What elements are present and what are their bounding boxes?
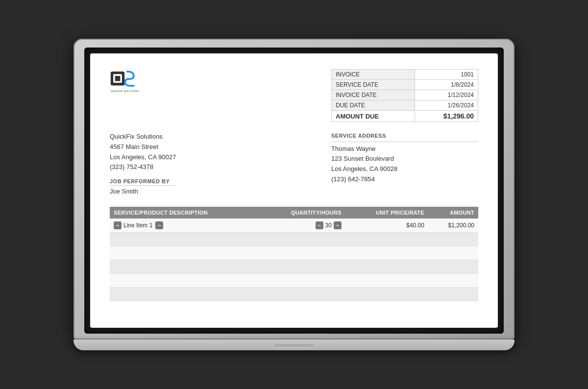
service-date-value: 1/8/2024 [415,80,478,90]
screen: QUICKFIX SOLUTIONS INVOICE 1001 [84,48,504,334]
laptop-frame: QUICKFIX SOLUTIONS INVOICE 1001 [74,39,514,350]
due-date-row: DUE DATE 1/26/2024 [332,100,478,111]
amount-due-row: AMOUNT DUE $1,296.00 [332,111,478,122]
business-phone: (323) 752-4378 [110,162,176,172]
invoice-info-table: INVOICE 1001 SERVICE DATE 1/8/2024 INVOI… [331,69,478,122]
service-address-line2: Los Angeles, CA 90028 [331,164,478,174]
invoice-date-row: INVOICE DATE 1/12/2024 [332,90,478,100]
service-date-row: SERVICE DATE 1/8/2024 [332,80,478,90]
table-row [110,246,478,260]
business-info: QuickFix Solutions 4567 Main Street Los … [110,132,176,172]
service-address-name: Thomas Wayne [331,144,478,154]
invoice-date-value: 1/12/2024 [415,90,478,100]
col-amount: AMOUNT [428,207,478,219]
table-row [110,288,478,301]
business-address2: Los Angeles, CA 90027 [110,152,176,163]
table-row [110,274,478,288]
business-address1: 4567 Main Street [110,142,176,152]
row1-unit-price: $40.00 [345,219,428,233]
service-address-label: SERVICE ADDRESS [331,132,478,142]
col-quantity: QUANTITY/HOURS [260,207,345,219]
service-date-label: SERVICE DATE [332,80,415,90]
laptop-base [74,340,514,350]
table-row [110,260,478,274]
screen-inner: QUICKFIX SOLUTIONS INVOICE 1001 [90,53,498,328]
amount-due-value: $1,296.00 [415,111,478,122]
row-detail-btn-1[interactable]: − [155,221,163,229]
service-address-line1: 123 Sunset Boulevard [331,154,478,164]
col-unit-price: UNIT PRICE/RATE [345,207,428,219]
company-logo: QUICKFIX SOLUTIONS [110,69,149,94]
invoice-page: QUICKFIX SOLUTIONS INVOICE 1001 [90,53,498,328]
quantity-minus-btn-1[interactable]: − [334,221,342,229]
screen-bezel: QUICKFIX SOLUTIONS INVOICE 1001 [74,39,514,340]
line-items-table: SERVICE/PRODUCT DESCRIPTION QUANTITY/HOU… [110,207,478,301]
invoice-value: 1001 [415,70,478,80]
invoice-header: QUICKFIX SOLUTIONS INVOICE 1001 [110,69,478,122]
table-row [110,233,478,246]
invoice-date-label: INVOICE DATE [332,90,415,100]
row1-description: − Line Item 1 − [110,219,260,233]
row1-amount: $1,200.00 [428,219,478,233]
job-performed-label: JOB PERFORMED BY [110,178,176,186]
quantity-btn-1[interactable]: − [316,221,323,229]
table-row: − Line Item 1 − − 30 − [110,219,478,233]
left-info: QuickFix Solutions 4567 Main Street Los … [110,132,176,195]
job-performed-section: JOB PERFORMED BY Joe Smith [110,178,176,195]
invoice-label: INVOICE [332,70,415,80]
amount-due-label: AMOUNT DUE [332,111,415,122]
col-description: SERVICE/PRODUCT DESCRIPTION [110,207,260,219]
logo-area: QUICKFIX SOLUTIONS [110,69,149,94]
table-header-row: SERVICE/PRODUCT DESCRIPTION QUANTITY/HOU… [110,207,478,219]
remove-row-btn-1[interactable]: − [114,221,122,229]
due-date-value: 1/26/2024 [415,100,478,111]
service-address-section: SERVICE ADDRESS Thomas Wayne 123 Sunset … [331,132,478,195]
row1-quantity: − 30 − [260,219,345,233]
service-address-phone: (123) 642-7854 [331,174,478,185]
svg-text:QUICKFIX SOLUTIONS: QUICKFIX SOLUTIONS [111,90,139,93]
info-section: QuickFix Solutions 4567 Main Street Los … [110,132,478,195]
due-date-label: DUE DATE [332,100,415,111]
invoice-row: INVOICE 1001 [332,70,478,80]
svg-rect-2 [115,76,121,81]
business-name: QuickFix Solutions [110,132,176,142]
job-performer-name: Joe Smith [110,188,176,195]
